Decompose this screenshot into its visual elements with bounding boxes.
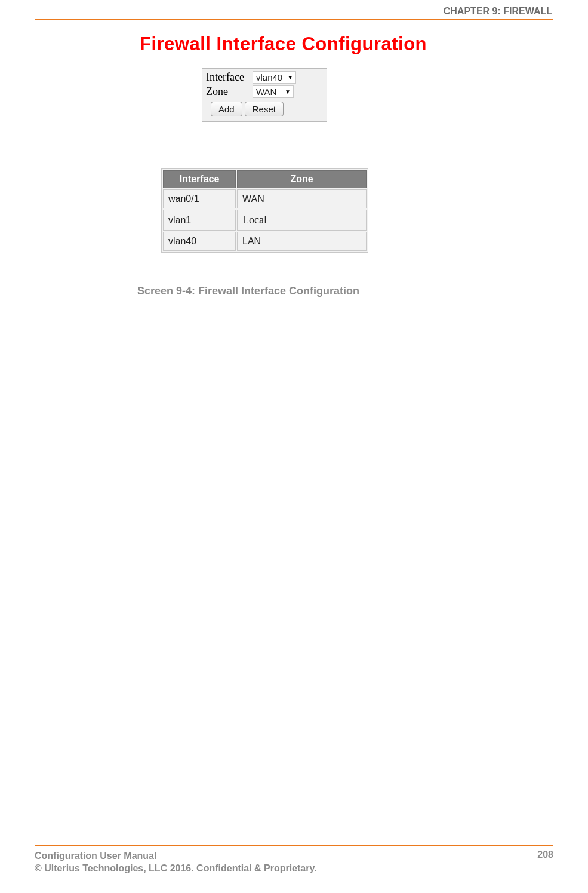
cell-zone: Local — [237, 210, 367, 231]
zone-label: Zone — [206, 85, 253, 98]
footer-copyright: © Ulterius Technologies, LLC 2016. Confi… — [35, 862, 317, 875]
page-footer: Configuration User Manual © Ulterius Tec… — [35, 845, 553, 875]
table-row: vlan1 Local — [163, 210, 367, 231]
figure-caption: Screen 9-4: Firewall Interface Configura… — [137, 285, 553, 297]
col-interface: Interface — [163, 170, 236, 188]
interface-label: Interface — [206, 71, 253, 84]
cell-zone: WAN — [237, 189, 367, 208]
zone-select[interactable]: WAN ▼ — [253, 85, 294, 98]
page-number: 208 — [537, 849, 553, 860]
cell-interface: vlan1 — [163, 210, 236, 231]
interface-zone-table: Interface Zone wan0/1 WAN vlan1 Local vl… — [161, 168, 368, 253]
col-zone: Zone — [237, 170, 367, 188]
interface-config-form: Interface vlan40 ▼ Zone WAN ▼ Add Reset — [202, 68, 327, 122]
cell-zone: LAN — [237, 232, 367, 251]
footer-divider — [35, 845, 553, 846]
chevron-down-icon: ▼ — [287, 74, 293, 81]
add-button[interactable]: Add — [211, 102, 242, 116]
page-title: Firewall Interface Configuration — [140, 33, 553, 55]
interface-select[interactable]: vlan40 ▼ — [253, 71, 296, 84]
cell-interface: vlan40 — [163, 232, 236, 251]
interface-select-value: vlan40 — [256, 72, 282, 82]
chapter-header: CHAPTER 9: FIREWALL — [35, 6, 553, 17]
table-row: vlan40 LAN — [163, 232, 367, 251]
footer-manual-title: Configuration User Manual — [35, 849, 317, 863]
zone-select-value: WAN — [256, 87, 276, 97]
cell-interface: wan0/1 — [163, 189, 236, 208]
reset-button[interactable]: Reset — [245, 102, 284, 116]
chevron-down-icon: ▼ — [285, 88, 291, 95]
table-header-row: Interface Zone — [163, 170, 367, 188]
table-row: wan0/1 WAN — [163, 189, 367, 208]
